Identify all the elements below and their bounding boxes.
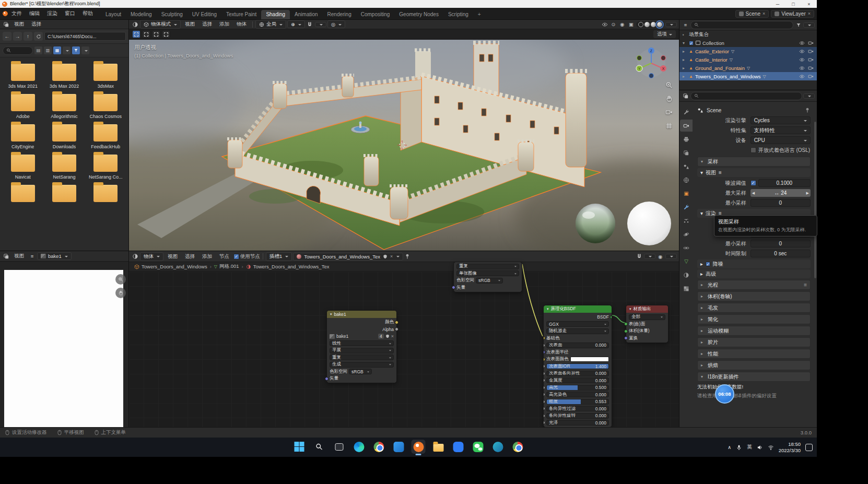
slot-dropdown[interactable]: 插槽1 (266, 252, 292, 261)
tab-material[interactable] (680, 269, 693, 281)
object-row[interactable]: ▸▲Castle_Exterior▽ (679, 47, 817, 55)
tab-tool[interactable] (680, 106, 693, 118)
wechat-icon[interactable] (471, 440, 485, 454)
scene-unlink-icon[interactable]: × (763, 11, 765, 16)
start-button[interactable] (292, 440, 307, 454)
menu-render[interactable]: 渲染 (43, 9, 61, 18)
sh-menu-node[interactable]: 节点 (216, 253, 232, 261)
input-socket[interactable] (543, 358, 545, 361)
pan-gizmo-icon[interactable] (115, 288, 126, 298)
subsection-viewport[interactable]: ▾视图≡ (697, 168, 811, 177)
extension-dropdown[interactable]: 重复 (330, 355, 394, 360)
bsdf-output-socket[interactable] (610, 315, 612, 319)
tool-select-new-icon[interactable] (132, 30, 140, 38)
image-selector[interactable]: bake1 (37, 252, 72, 260)
refresh-button[interactable] (34, 32, 43, 41)
folder-item[interactable]: 3ds Max 2022 (43, 64, 85, 89)
collection-row[interactable]: ▾Collection (679, 39, 817, 47)
denoise-checkbox[interactable] (706, 262, 710, 266)
castle-scene[interactable]: Z X Y (129, 40, 679, 251)
source-dropdown[interactable]: 单张图像 (456, 270, 519, 276)
sheen-tint-slider[interactable]: 光泽染色0.500 (546, 427, 609, 428)
snap-dropdown[interactable] (315, 22, 326, 27)
fb-search-input[interactable] (3, 46, 33, 55)
up-button[interactable]: ↑ (24, 32, 32, 41)
viewlayer-selector[interactable]: ViewLayer× (771, 10, 814, 18)
tab-modeling[interactable]: Modeling (126, 10, 157, 19)
anisotropic-slider[interactable]: 各向异性过滤0.000 (546, 406, 609, 411)
pin-icon[interactable] (404, 253, 410, 259)
input-socket[interactable] (543, 372, 545, 375)
blender-taskbar-icon[interactable] (412, 440, 426, 454)
menu-edit[interactable]: 编辑 (26, 9, 43, 18)
properties-scrollbar[interactable] (814, 122, 816, 278)
gizmo-toggle-icon[interactable]: ⊙ (609, 20, 617, 28)
section-hair[interactable]: ▸毛发 (697, 303, 811, 313)
interpolation-dropdown[interactable]: 线性 (330, 340, 394, 346)
tab-render[interactable] (680, 120, 693, 132)
tab-world[interactable] (680, 174, 693, 186)
input-socket[interactable] (543, 393, 545, 396)
pan-hand-icon[interactable] (665, 95, 673, 102)
visibility-dropdown-icon[interactable] (601, 20, 608, 28)
folder-item[interactable]: Adobe (2, 94, 43, 119)
input-socket[interactable] (543, 379, 545, 382)
vp-menu-object[interactable]: 物体 (233, 20, 250, 28)
render-visibility-icon[interactable] (808, 74, 814, 79)
tab-compositing[interactable]: Compositing (356, 10, 395, 19)
section-volumes[interactable]: ▸体积(卷轴) (697, 291, 811, 301)
vp-noise-checkbox[interactable] (750, 180, 756, 186)
speaker-icon[interactable] (757, 444, 763, 451)
input-socket[interactable] (543, 344, 545, 347)
feature-set-dropdown[interactable]: 支持特性 (750, 126, 811, 134)
render-visibility-icon[interactable] (808, 49, 814, 54)
filter-icon[interactable] (72, 46, 80, 54)
render-visibility-icon[interactable] (808, 40, 814, 46)
image-texture-mini-node[interactable]: 重复 单张图像 色彩空间sRGB 矢量 (453, 262, 522, 292)
editor-type-icon[interactable]: ≡ (682, 21, 689, 29)
tool-select-invert-icon[interactable] (162, 30, 170, 38)
clock[interactable]: 18:50 2022/3/30 (779, 441, 801, 454)
vp-max-samples-field[interactable]: ◀↔24▶ (750, 189, 811, 197)
section-performance[interactable]: ▸性能 (697, 349, 811, 359)
breadcrumb-material[interactable]: Towers_Doors_and_Windows_Tex (253, 264, 330, 269)
subsection-advanced[interactable]: ▸高级 (697, 269, 811, 278)
ortho-grid-icon[interactable] (665, 122, 673, 129)
options-button[interactable]: 选项 (653, 30, 676, 38)
unlink-material-icon[interactable]: × (390, 254, 393, 259)
orientation-dropdown[interactable]: 全局 (255, 20, 286, 29)
menu-hamburger-icon[interactable]: ≡ (28, 252, 36, 260)
view-list-icon[interactable]: ▤ (34, 46, 42, 54)
tab-shading[interactable]: Shading (261, 10, 290, 19)
input-socket[interactable] (543, 414, 545, 418)
render-engine-dropdown[interactable]: Cycles (750, 116, 811, 124)
vp-menu-view[interactable]: 视图 (182, 20, 198, 28)
tab-rendering[interactable]: Rendering (323, 10, 356, 19)
scene-selector[interactable]: Scene× (735, 10, 769, 18)
tab-geometry-nodes[interactable]: Geometry Nodes (394, 10, 443, 19)
forward-button[interactable]: → (13, 32, 22, 41)
projection-dropdown[interactable]: 平展 (330, 348, 394, 353)
colorspace-dropdown[interactable]: sRGB (349, 369, 372, 374)
menu-file[interactable]: 文件 (8, 9, 26, 18)
editor-type-icon[interactable] (2, 252, 10, 260)
tab-layout[interactable]: Layout (101, 10, 126, 19)
hide-eye-icon[interactable] (799, 74, 805, 79)
tab-object-data[interactable]: ▽ (680, 255, 693, 267)
blender-menu-icon[interactable] (3, 11, 8, 16)
distribution-dropdown[interactable]: GGX (546, 321, 609, 327)
wireframe-shading-icon[interactable] (638, 22, 643, 27)
editor-type-icon[interactable] (2, 20, 10, 28)
displacement-socket[interactable] (624, 336, 628, 340)
viewport-canvas[interactable]: Z X Y 用户透视 (1) Collection | Towers_Doors… (129, 40, 679, 251)
properties-options-dropdown[interactable] (803, 93, 815, 99)
device-dropdown[interactable]: CPU (750, 136, 811, 144)
edge-browser-icon[interactable] (352, 440, 366, 454)
task-view-icon[interactable] (332, 440, 346, 454)
ie-menu-view[interactable]: 视图 (11, 252, 27, 260)
browser-icon-2[interactable] (511, 440, 525, 454)
folder-item[interactable]: FeedbackHub (85, 124, 126, 149)
shading-mode-switch[interactable] (636, 21, 664, 28)
subsurface-aniso-slider[interactable]: 次表面各向异性0.000 (546, 371, 609, 376)
principled-bsdf-node[interactable]: ▾原理化BSDF BSDF GGX 随机游走 基础色 次表面0.000 次表面半… (543, 305, 612, 427)
